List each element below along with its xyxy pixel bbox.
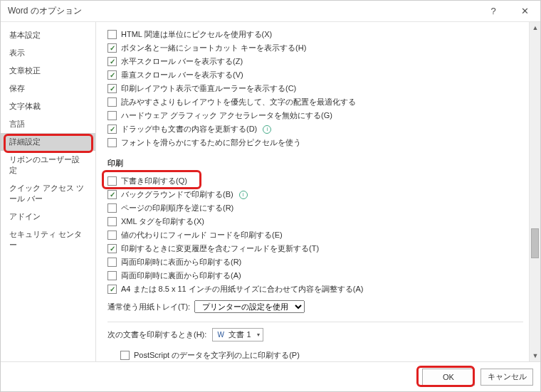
sidebar-item-advanced[interactable]: 詳細設定 <box>1 133 95 151</box>
checkbox-icon <box>107 97 117 107</box>
scroll-thumb[interactable] <box>531 228 539 258</box>
dialog-title: Word のオプション <box>8 5 82 17</box>
titlebar: Word のオプション ? ✕ <box>1 1 540 22</box>
sidebar-item-language[interactable]: 言語 <box>1 115 95 133</box>
word-options-dialog: Word のオプション ? ✕ 基本設定 表示 文章校正 保存 文字体裁 言語 … <box>0 0 541 392</box>
checkbox-icon <box>107 176 117 186</box>
doc-print-label: 次の文書を印刷するとき(H): <box>107 329 206 340</box>
checkbox-icon <box>107 190 117 199</box>
cb-print-field-codes[interactable]: 値の代わりにフィールド コードを印刷する(E) <box>107 228 523 242</box>
cb-postscript-over-text[interactable]: PostScript のデータを文字列の上に印刷する(P) <box>120 349 523 361</box>
ok-button[interactable]: OK <box>422 369 475 386</box>
checkbox-icon <box>107 203 117 213</box>
checkbox-icon <box>107 57 117 66</box>
sidebar-item-save[interactable]: 保存 <box>1 80 95 97</box>
checkbox-icon <box>107 30 117 39</box>
cb-update-fields-tracked[interactable]: 印刷するときに変更履歴を含むフィールドを更新する(T) <box>107 242 523 255</box>
chevron-down-icon: ▾ <box>257 332 260 338</box>
cb-html-pixels[interactable]: HTML 関連は単位にピクセルを使用する(X) <box>107 28 523 41</box>
cb-subpixel-font[interactable]: フォントを滑らかにするために部分ピクセルを使う <box>107 136 523 149</box>
titlebar-buttons: ? ✕ <box>478 1 540 22</box>
help-button[interactable]: ? <box>478 1 509 22</box>
cancel-button[interactable]: キャンセル <box>480 369 533 386</box>
close-button[interactable]: ✕ <box>509 1 540 22</box>
doc-print-options: PostScript のデータを文字列の上に印刷する(P) フォーム フィールド… <box>120 349 523 361</box>
sidebar-item-addins[interactable]: アドイン <box>1 208 95 226</box>
sidebar-item-customize-ribbon[interactable]: リボンのユーザー設定 <box>1 151 95 179</box>
section-title-print: 印刷 <box>107 158 523 169</box>
scroll-down-arrow[interactable]: ▼ <box>530 350 540 361</box>
dialog-body: 基本設定 表示 文章校正 保存 文字体裁 言語 詳細設定 リボンのユーザー設定 … <box>1 22 540 361</box>
cb-vscroll[interactable]: 垂直スクロール バーを表示する(V) <box>107 68 523 82</box>
cb-disable-hw-accel[interactable]: ハードウェア グラフィック アクセラレータを無効にする(G) <box>107 109 523 122</box>
checkbox-icon <box>107 138 117 147</box>
content-area: HTML 関連は単位にピクセルを使用する(X) ボタン名と一緒にショートカット … <box>96 22 540 361</box>
checkbox-icon <box>107 231 117 240</box>
scroll-up-arrow[interactable]: ▲ <box>530 22 540 33</box>
cb-draft-print[interactable]: 下書き印刷する(Q) <box>107 174 523 188</box>
cb-hscroll[interactable]: 水平スクロール バーを表示する(Z) <box>107 55 523 68</box>
vertical-scrollbar[interactable]: ▲ ▼ <box>529 22 540 361</box>
content-inner: HTML 関連は単位にピクセルを使用する(X) ボタン名と一緒にショートカット … <box>96 22 529 361</box>
default-tray-select[interactable]: プリンターの設定を使用 <box>194 300 305 313</box>
cb-optimize-layout[interactable]: 読みやすさよりもレイアウトを優先して、文字の配置を最適化する <box>107 95 523 109</box>
checkbox-icon <box>120 351 130 360</box>
checkbox-icon <box>107 84 117 93</box>
word-doc-icon: W <box>216 330 226 340</box>
doc-name: 文書 1 <box>229 329 251 340</box>
doc-select[interactable]: W 文書 1 ▾ <box>212 328 263 341</box>
checkbox-icon <box>107 258 117 267</box>
sidebar-item-trust-center[interactable]: セキュリティ センター <box>1 226 95 254</box>
default-tray-row: 通常使う用紙トレイ(T): プリンターの設定を使用 <box>107 300 523 313</box>
sidebar-item-typography[interactable]: 文字体裁 <box>1 97 95 115</box>
cb-vertical-ruler[interactable]: 印刷レイアウト表示で垂直ルーラーを表示する(C) <box>107 82 523 95</box>
cb-print-xml-tags[interactable]: XML タグを印刷する(X) <box>107 215 523 228</box>
default-tray-label: 通常使う用紙トレイ(T): <box>107 302 190 312</box>
sidebar-item-proofing[interactable]: 文章校正 <box>1 62 95 80</box>
cb-duplex-front[interactable]: 両面印刷時に表面から印刷する(R) <box>107 255 523 269</box>
checkbox-icon <box>107 125 117 134</box>
section-divider <box>107 322 523 322</box>
cb-scale-a4-letter[interactable]: A4 または 8.5 x 11 インチの用紙サイズに合わせて内容を調整する(A) <box>107 282 523 296</box>
checkbox-icon <box>107 43 117 53</box>
info-icon[interactable]: i <box>239 191 248 199</box>
checkbox-icon <box>107 217 117 226</box>
checkbox-icon <box>107 244 117 253</box>
checkbox-icon <box>107 111 117 120</box>
cb-reverse-order[interactable]: ページの印刷順序を逆にする(R) <box>107 201 523 215</box>
checkbox-icon <box>107 285 117 294</box>
sidebar: 基本設定 表示 文章校正 保存 文字体裁 言語 詳細設定 リボンのユーザー設定 … <box>1 22 96 361</box>
cb-shortcut-keys[interactable]: ボタン名と一緒にショートカット キーを表示する(H) <box>107 41 523 55</box>
cb-update-on-drag[interactable]: ドラッグ中も文書の内容を更新する(D)i <box>107 122 523 136</box>
doc-print-row: 次の文書を印刷するとき(H): W 文書 1 ▾ <box>107 328 523 341</box>
checkbox-icon <box>107 70 117 80</box>
info-icon[interactable]: i <box>263 125 271 134</box>
sidebar-item-general[interactable]: 基本設定 <box>1 26 95 44</box>
checkbox-icon <box>107 271 117 280</box>
sidebar-item-quick-access[interactable]: クイック アクセス ツール バー <box>1 179 95 208</box>
sidebar-item-display[interactable]: 表示 <box>1 44 95 62</box>
cb-duplex-back[interactable]: 両面印刷時に裏面から印刷する(A) <box>107 269 523 282</box>
dialog-footer: OK キャンセル <box>1 361 540 391</box>
cb-background-print[interactable]: バックグラウンドで印刷する(B)i <box>107 188 523 201</box>
